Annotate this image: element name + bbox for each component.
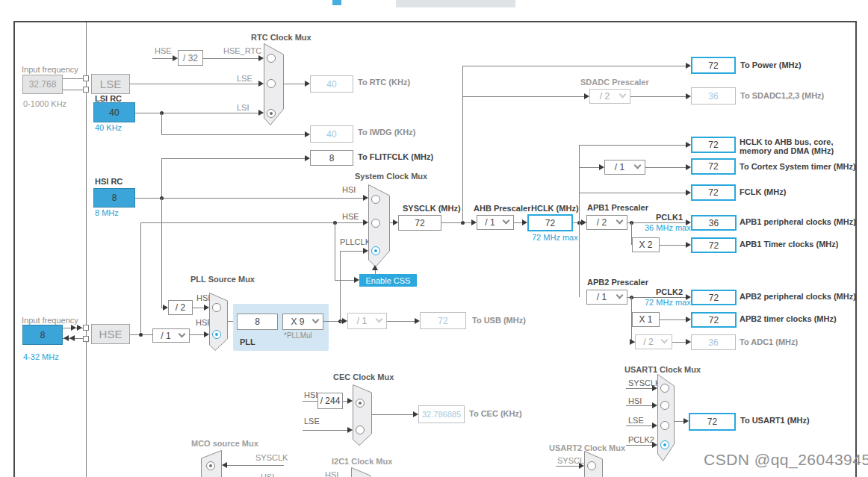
cortex-prescaler-select[interactable]: / 1 [604,160,645,175]
sys-mux-pllclk-radio[interactable] [371,246,380,255]
apb2-prescaler-select[interactable]: / 1 [586,290,627,305]
hsi-rc-label: HSI RC [95,177,123,186]
apb1-peripheral-value-box[interactable]: 36 [691,215,737,231]
usart1-clock-mux-title: USART1 Clock Mux [624,365,701,374]
cortex-timer-value-box[interactable]: 72 [691,158,736,175]
wire [626,388,652,389]
fclk-value-box[interactable]: 72 [691,184,736,201]
wire [340,251,341,321]
arrow-icon [652,402,657,408]
arrow-icon [413,411,418,417]
usart1-mux-lse-radio[interactable] [660,421,669,430]
enable-css-button[interactable]: Enable CSS [359,274,417,287]
rtc-mux-lsi-radio[interactable] [267,109,276,118]
pll-mux-hsi-radio[interactable] [212,303,221,312]
arrow-icon [652,442,657,448]
arrow-icon [686,339,691,345]
sdadc-prescaler-value: / 2 [600,91,610,102]
fclk-label: FCLK (MHz) [740,187,786,196]
i2c1-hsi-signal-label: HSI [325,470,338,477]
mco-mux-sysclk-radio[interactable] [206,461,215,470]
arrow-icon [630,339,635,345]
wire [190,334,204,335]
arrow-icon [347,398,353,404]
arrow-icon [581,219,586,225]
apb2-prescaler-value: / 1 [597,292,607,302]
hse-prediv-select[interactable]: / 1 [152,328,190,343]
ahb-prescaler-label: AHB Prescaler [474,204,530,213]
hsi-freq-note: 8 MHz [95,208,119,217]
mco-sysclk-signal-label: SYSCLK [255,453,288,462]
pll-mux-hse-radio[interactable] [212,330,221,339]
ahb-prescaler-select[interactable]: / 1 [477,215,514,230]
arrow-icon [522,219,527,225]
i2c1-clock-mux-title: I2C1 Clock Mux [332,457,392,466]
rtc-mux-hse-radio[interactable] [267,54,276,63]
arrow-icon [204,331,209,337]
arrow-icon [579,463,584,469]
to-usart1-value-box[interactable]: 72 [689,413,736,431]
rtc-lsi-signal-label: LSI [237,103,249,112]
hse-prediv-value: / 1 [161,331,170,341]
sys-mux-hse-radio[interactable] [371,219,380,228]
pll-mul-value: X 9 [291,317,304,327]
sys-mux-hsi-radio[interactable] [371,195,380,204]
to-power-label: To Power (MHz) [740,60,802,69]
usart1-mux-hsi-radio[interactable] [660,401,669,410]
chevron-down-icon [616,217,624,225]
usart1-mux-pclk2-radio[interactable] [660,440,669,449]
to-power-value-box[interactable]: 72 [691,57,736,74]
lse-input-frequency-label: Input frequency [22,65,78,74]
cec-mux-lse-radio[interactable] [356,425,365,434]
pll-mul-select[interactable]: X 9 [282,314,323,330]
apb1-prescaler-select[interactable]: / 2 [586,215,627,230]
wire [462,66,463,222]
usart1-mux-sysclk-radio[interactable] [660,384,669,393]
arrow-icon [363,248,368,254]
hclk-ahb-value-box[interactable]: 72 [691,137,736,153]
wire [140,222,141,334]
hclk-value-box[interactable]: 72 [527,214,573,231]
wire [375,270,376,274]
rtc-clock-mux-title: RTC Clock Mux [251,33,311,42]
wire [140,222,363,223]
apb2-peripheral-value-box[interactable]: 72 [691,290,737,305]
wire [203,58,258,59]
pll-input-value-box: 8 [237,314,278,330]
usart2-mux-sysclk-radio[interactable] [587,461,596,470]
wire [626,425,652,426]
apb1-timer-value-box[interactable]: 72 [691,237,737,253]
cortex-prescaler-value: / 1 [615,162,624,172]
hse-pin-handle [83,325,89,331]
hclk-ahb-label-line1: HCLK to AHB bus, core, [740,137,834,146]
chevron-down-icon [616,292,624,299]
apb1-timer-mult-box: X 2 [632,237,660,252]
arrow-icon [363,219,368,225]
arrow-icon [305,131,310,137]
i2c1-clock-mux-shape [351,467,371,477]
apb1-prescaler-label: APB1 Prescaler [587,203,648,212]
pll-block-label: PLL [240,337,255,346]
cec-mux-hsi-radio[interactable] [356,399,365,408]
arrow-icon [686,317,691,322]
to-usb-value-box: 72 [420,312,466,329]
wire [340,251,363,252]
wire [672,342,686,343]
hse-rtc-signal-label: HSE_RTC [223,46,261,55]
watermark-text: CSDN @qq_26043945 [704,451,868,469]
cec-clock-mux-title: CEC Clock Mux [333,372,394,381]
apb1-prescaler-value: / 2 [597,217,607,228]
wire [161,134,305,135]
apb2-timer-value-box[interactable]: 72 [691,312,737,328]
rtc-mux-lse-radio[interactable] [267,79,276,88]
wire [630,96,686,97]
wire [462,96,584,97]
cec-hsi-signal-label: HSI [304,390,317,399]
wire [228,321,233,322]
junction-dot [139,333,143,337]
wire [303,430,347,431]
to-flitfclk-label: To FLITFCLK (MHz) [358,152,433,161]
hse-input-frequency-field[interactable]: 8 [22,325,63,345]
arrow-icon [363,195,368,201]
sys-pllclk-signal-label: PLLCLK [340,237,371,246]
